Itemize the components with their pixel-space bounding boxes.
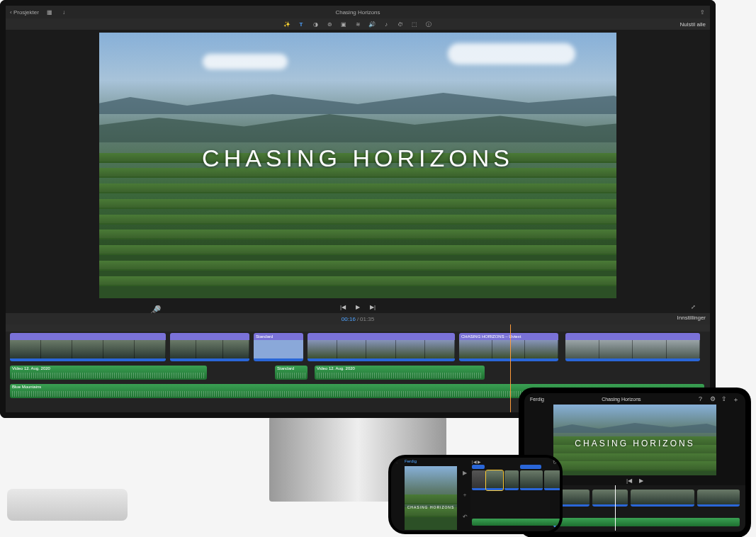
timeline-settings-button[interactable]: Innstillinger bbox=[677, 315, 706, 321]
mac-mini-device bbox=[7, 489, 128, 521]
prev-frame-button[interactable]: |◀ bbox=[340, 304, 346, 310]
import-icon[interactable]: ↓ bbox=[60, 9, 67, 16]
iphone-timeline[interactable]: |◀ ▶ bbox=[470, 458, 550, 531]
ipad-play-button[interactable]: ▶ bbox=[639, 477, 643, 484]
iphone-device: · Ferdig CHASING HORIZONS ▶ ＋ ↶ |◀ ▶ ↻ ✦ bbox=[388, 455, 563, 534]
share-icon[interactable]: ⇪ bbox=[721, 395, 728, 402]
ipad-viewer[interactable]: CHASING HORIZONS bbox=[553, 405, 716, 475]
audio-clip[interactable]: Video 12. Aug. 2020 bbox=[315, 366, 485, 380]
clock-indicator: · bbox=[396, 460, 397, 465]
fullscreen-button[interactable]: ⤢ bbox=[691, 304, 696, 310]
volume-icon[interactable]: 🔊 bbox=[368, 21, 376, 28]
speed-icon[interactable]: ⏱ bbox=[397, 21, 404, 28]
timeline-ruler[interactable] bbox=[6, 324, 710, 332]
iphone-screen: · Ferdig CHASING HORIZONS ▶ ＋ ↶ |◀ ▶ ↻ ✦ bbox=[391, 458, 560, 531]
ipad-audio-clip[interactable] bbox=[538, 518, 740, 526]
ipad-audio-track[interactable] bbox=[538, 518, 743, 528]
timeline-clip[interactable]: Standard bbox=[254, 333, 303, 361]
timecode-bar: 00:16 / 01:35 Innstillinger bbox=[6, 313, 710, 324]
iphone-timeline-clip[interactable] bbox=[486, 470, 503, 490]
playhead[interactable] bbox=[510, 324, 511, 413]
iphone-video-track[interactable] bbox=[472, 469, 548, 492]
titles-icon[interactable]: T bbox=[298, 21, 305, 28]
project-title: Chasing Horizons bbox=[335, 9, 380, 16]
iphone-timeline-clip[interactable] bbox=[504, 470, 519, 490]
mountain-decoration bbox=[553, 419, 716, 433]
ipad-prev-button[interactable]: |◀ bbox=[626, 477, 632, 484]
audio-clip[interactable]: Standard bbox=[275, 366, 308, 380]
ipad-timeline-clip[interactable] bbox=[592, 490, 628, 507]
timecode-separator: / bbox=[357, 316, 359, 322]
iphone-audio-clip[interactable] bbox=[472, 519, 560, 526]
add-media-icon[interactable]: ＋ bbox=[733, 395, 740, 402]
ipad-project-title: Chasing Horizons bbox=[548, 397, 694, 402]
help-icon[interactable]: ? bbox=[699, 395, 706, 402]
mountain-decoration bbox=[99, 86, 616, 114]
viewer-panel: CHASING HORIZONS 🎤 |◀ ▶ ▶| ⤢ bbox=[6, 30, 710, 313]
ipad-timeline-clip[interactable] bbox=[631, 490, 694, 507]
settings-icon[interactable]: ⚙ bbox=[710, 395, 717, 402]
timecode-total: 01:35 bbox=[360, 316, 374, 322]
noise-reduce-icon[interactable]: ♪ bbox=[383, 21, 390, 28]
reset-all-button[interactable]: Nulstil alle bbox=[680, 21, 706, 28]
viewer-title-overlay[interactable]: CHASING HORIZONS bbox=[99, 145, 616, 172]
iphone-loop-icon[interactable]: ↻ bbox=[553, 460, 557, 465]
iphone-left-panel: Ferdig CHASING HORIZONS bbox=[402, 458, 459, 531]
iphone-add-icon[interactable]: ＋ bbox=[462, 491, 468, 499]
back-button[interactable]: ‹ Prosjekter bbox=[10, 9, 39, 16]
playback-controls: |◀ ▶ ▶| ⤢ bbox=[6, 300, 710, 313]
audio-track-1[interactable]: Video 12. Aug. 2020StandardVideo 12. Aug… bbox=[6, 366, 710, 381]
iphone-viewer[interactable]: CHASING HORIZONS bbox=[405, 466, 457, 530]
iphone-audio-track[interactable] bbox=[472, 519, 548, 527]
iphone-statusbar-left: · bbox=[391, 458, 402, 531]
next-frame-button[interactable]: ▶| bbox=[370, 304, 376, 310]
info-icon[interactable]: ⓘ bbox=[425, 21, 432, 28]
timeline-clip[interactable] bbox=[10, 333, 166, 361]
iphone-timeline-clip[interactable] bbox=[544, 470, 560, 490]
iphone-time-indicator: |◀ ▶ bbox=[472, 459, 481, 464]
viewer-frame[interactable]: CHASING HORIZONS bbox=[99, 33, 616, 298]
iphone-done-button[interactable]: Ferdig bbox=[402, 458, 459, 465]
color-correct-icon[interactable]: ⊚ bbox=[326, 21, 333, 28]
timeline-clip[interactable] bbox=[170, 333, 249, 361]
adjust-toolbar: ✨ T ◑ ⊚ ▣ ≋ 🔊 ♪ ⏱ ⬚ ⓘ Nulstil alle bbox=[6, 18, 710, 30]
iphone-timeline-clip[interactable] bbox=[520, 470, 543, 490]
mac-display: ‹ Prosjekter ▦ ↓ Chasing Horizons ⇪ ✨ T … bbox=[0, 0, 716, 418]
timeline-clip[interactable] bbox=[565, 333, 700, 361]
timeline-clip[interactable]: CHASING HORIZONS – Uvtext bbox=[459, 333, 558, 361]
ipad-timeline-clip[interactable] bbox=[697, 490, 740, 507]
ipad-video-track[interactable] bbox=[538, 488, 743, 508]
ipad-topbar: Ferdig Chasing Horizons ? ⚙ ⇪ ＋ bbox=[524, 393, 745, 405]
iphone-undo-icon[interactable]: ↶ bbox=[463, 514, 468, 520]
video-track[interactable]: StandardCHASING HORIZONS – Uvtext bbox=[6, 332, 710, 363]
share-icon[interactable]: ⇪ bbox=[699, 9, 706, 16]
library-icon[interactable]: ▦ bbox=[46, 9, 53, 16]
ipad-playhead[interactable] bbox=[615, 485, 616, 531]
iphone-timeline-clip[interactable] bbox=[472, 470, 486, 490]
stabilize-icon[interactable]: ≋ bbox=[354, 21, 361, 28]
cloud-decoration bbox=[203, 54, 288, 69]
filter-icon[interactable]: ⬚ bbox=[411, 21, 418, 28]
timecode-current: 00:16 bbox=[342, 316, 356, 322]
mac-screen: ‹ Prosjekter ▦ ↓ Chasing Horizons ⇪ ✨ T … bbox=[0, 0, 716, 418]
iphone-viewer-title: CHASING HORIZONS bbox=[405, 505, 457, 509]
crop-icon[interactable]: ▣ bbox=[340, 21, 347, 28]
imovie-topbar: ‹ Prosjekter ▦ ↓ Chasing Horizons ⇪ bbox=[6, 6, 710, 18]
color-balance-icon[interactable]: ◑ bbox=[312, 21, 319, 28]
done-button[interactable]: Ferdig bbox=[530, 397, 544, 402]
iphone-play-icon[interactable]: ▶ bbox=[463, 470, 467, 476]
audio-clip[interactable]: Video 12. Aug. 2020 bbox=[10, 366, 207, 380]
iphone-mid-controls: ▶ ＋ ↶ bbox=[459, 458, 470, 531]
ipad-viewer-title: CHASING HORIZONS bbox=[553, 439, 716, 448]
play-button[interactable]: ▶ bbox=[356, 304, 360, 310]
cloud-decoration bbox=[448, 43, 575, 64]
auto-enhance-icon[interactable]: ✨ bbox=[283, 21, 290, 28]
timeline-clip[interactable] bbox=[308, 333, 455, 361]
